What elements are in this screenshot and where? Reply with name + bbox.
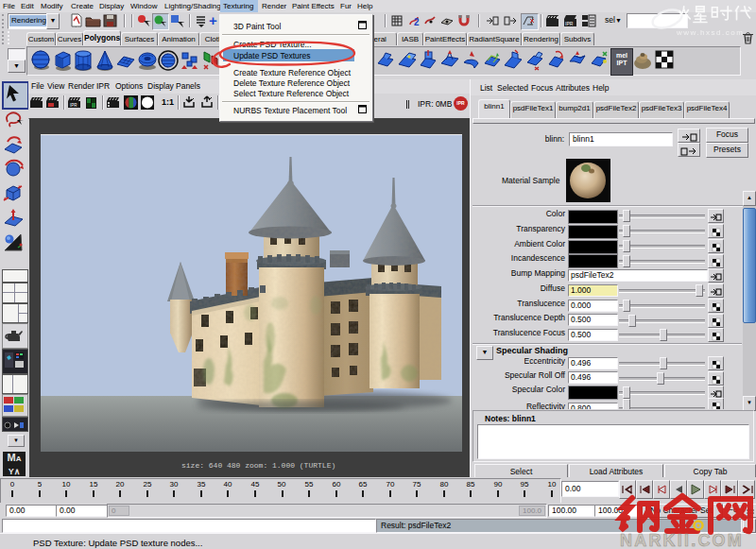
- svg-text:2: 2: [414, 17, 420, 27]
- svg-text:NARKII.COM: NARKII.COM: [620, 531, 744, 549]
- svg-text:IPR: IPR: [565, 21, 574, 26]
- svg-text:IPR: IPR: [70, 103, 77, 108]
- svg-text:www.hxsd.com: www.hxsd.com: [676, 28, 744, 37]
